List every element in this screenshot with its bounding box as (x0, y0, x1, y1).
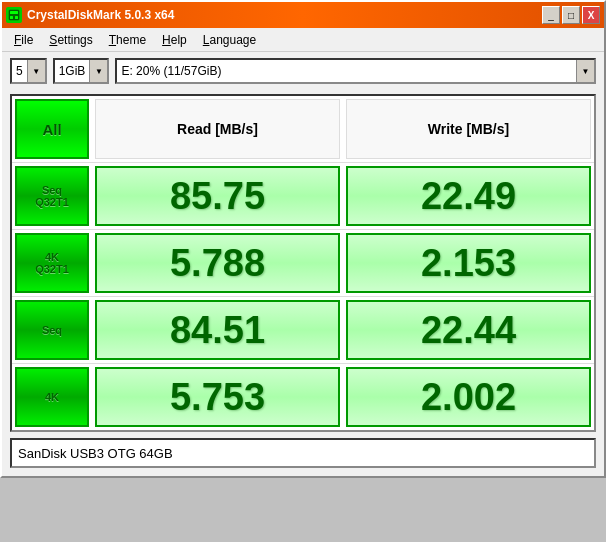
4k-write: 2.002 (346, 367, 591, 427)
menu-language[interactable]: Language (195, 31, 264, 49)
4k-read: 5.753 (95, 367, 340, 427)
seq-label: Seq (15, 300, 89, 360)
all-header-row: All Read [MB/s] Write [MB/s] (12, 96, 594, 163)
menu-settings[interactable]: Settings (41, 31, 100, 49)
menu-file[interactable]: File (6, 31, 41, 49)
4k-q32t1-read: 5.788 (95, 233, 340, 293)
main-window: CrystalDiskMark 5.0.3 x64 _ □ X File Set… (0, 0, 606, 478)
count-arrow[interactable]: ▼ (27, 60, 45, 82)
main-content: All Read [MB/s] Write [MB/s] Seq Q32T1 8… (2, 90, 604, 476)
svg-rect-2 (10, 16, 13, 19)
4k-label: 4K (15, 367, 89, 427)
size-select[interactable]: 1GiB ▼ (53, 58, 110, 84)
status-bar: SanDisk USB3 OTG 64GB (10, 438, 596, 468)
read-header: Read [MB/s] (177, 121, 258, 137)
svg-rect-3 (15, 16, 18, 19)
4k-q32t1-label: 4K Q32T1 (15, 233, 89, 293)
count-select[interactable]: 5 ▼ (10, 58, 47, 84)
results-container: All Read [MB/s] Write [MB/s] Seq Q32T1 8… (10, 94, 596, 432)
seq-write: 22.44 (346, 300, 591, 360)
title-bar-left: CrystalDiskMark 5.0.3 x64 (6, 7, 174, 23)
4k-row: 4K 5.753 2.002 (12, 364, 594, 430)
menu-help[interactable]: Help (154, 31, 195, 49)
all-label[interactable]: All (15, 99, 89, 159)
4k-q32t1-write: 2.153 (346, 233, 591, 293)
title-bar: CrystalDiskMark 5.0.3 x64 _ □ X (2, 2, 604, 28)
seq-row: Seq 84.51 22.44 (12, 297, 594, 364)
drive-arrow[interactable]: ▼ (576, 60, 594, 82)
write-header: Write [MB/s] (428, 121, 509, 137)
app-icon (6, 7, 22, 23)
title-buttons: _ □ X (542, 6, 600, 24)
maximize-button[interactable]: □ (562, 6, 580, 24)
seq-q32t1-row: Seq Q32T1 85.75 22.49 (12, 163, 594, 230)
count-value: 5 (12, 60, 27, 82)
status-text: SanDisk USB3 OTG 64GB (18, 446, 173, 461)
close-button[interactable]: X (582, 6, 600, 24)
toolbar: 5 ▼ 1GiB ▼ E: 20% (11/57GiB) ▼ (2, 52, 604, 90)
seq-read: 84.51 (95, 300, 340, 360)
svg-rect-1 (10, 11, 18, 14)
menu-bar: File Settings Theme Help Language (2, 28, 604, 52)
size-value: 1GiB (55, 60, 90, 82)
menu-theme[interactable]: Theme (101, 31, 154, 49)
4k-q32t1-row: 4K Q32T1 5.788 2.153 (12, 230, 594, 297)
window-title: CrystalDiskMark 5.0.3 x64 (27, 8, 174, 22)
seq-q32t1-write: 22.49 (346, 166, 591, 226)
seq-q32t1-read: 85.75 (95, 166, 340, 226)
drive-value: E: 20% (11/57GiB) (117, 60, 576, 82)
minimize-button[interactable]: _ (542, 6, 560, 24)
drive-select[interactable]: E: 20% (11/57GiB) ▼ (115, 58, 596, 84)
size-arrow[interactable]: ▼ (89, 60, 107, 82)
seq-q32t1-label: Seq Q32T1 (15, 166, 89, 226)
